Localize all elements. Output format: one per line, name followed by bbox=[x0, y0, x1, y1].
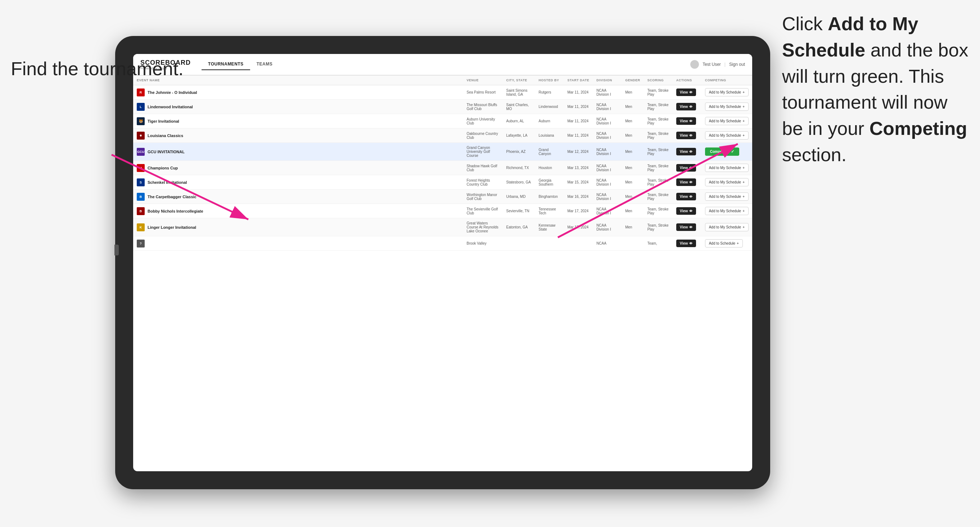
actions-cell: View 👁 bbox=[673, 237, 702, 251]
view-button[interactable]: View 👁 bbox=[676, 193, 697, 200]
event-name: Champions Cup bbox=[148, 166, 178, 170]
checkmark-icon: ✓ bbox=[731, 149, 734, 154]
team-logo: B bbox=[137, 207, 145, 215]
table-row: ⚜ Louisiana Classics Oakbourne Country C… bbox=[133, 129, 752, 143]
date-cell: Mar 13, 2024 bbox=[563, 161, 593, 175]
scoring-cell: Team, Stroke Play bbox=[644, 129, 673, 143]
competing-cell: Add to My Schedule + bbox=[702, 85, 752, 100]
view-button[interactable]: View 👁 bbox=[676, 148, 697, 156]
competing-cell: Add to Schedule + bbox=[702, 237, 752, 251]
scoring-cell: Team, Stroke Play bbox=[644, 114, 673, 129]
add-to-schedule-button[interactable]: Add to My Schedule + bbox=[705, 178, 749, 186]
event-cell: R The Johnnie - O Individual bbox=[137, 89, 459, 97]
tab-teams[interactable]: TEAMS bbox=[250, 59, 279, 70]
view-label: View bbox=[680, 209, 688, 213]
actions-cell: View 👁 bbox=[673, 85, 702, 100]
view-button[interactable]: View 👁 bbox=[676, 240, 697, 247]
add-to-schedule-button[interactable]: Add to My Schedule + bbox=[705, 88, 749, 97]
city-cell bbox=[503, 237, 535, 251]
sign-out-link[interactable]: Sign out bbox=[729, 62, 745, 67]
col-venue: VENUE bbox=[463, 76, 503, 85]
team-logo: 🐯 bbox=[137, 117, 145, 125]
user-name: Test User bbox=[703, 62, 721, 67]
view-button[interactable]: View 👁 bbox=[676, 117, 697, 125]
actions-cell: View 👁 bbox=[673, 100, 702, 114]
add-to-schedule-button[interactable]: Add to My Schedule + bbox=[705, 207, 749, 215]
gender-cell: Men bbox=[622, 85, 644, 100]
division-cell: NCAA Division I bbox=[593, 161, 622, 175]
add-to-schedule-button[interactable]: Add to My Schedule + bbox=[705, 103, 749, 111]
add-to-schedule-button[interactable]: Add to My Schedule + bbox=[705, 223, 749, 231]
venue-cell: Sea Palms Resort bbox=[463, 85, 503, 100]
view-button[interactable]: View 👁 bbox=[676, 89, 697, 96]
city-cell: Auburn, AL bbox=[503, 114, 535, 129]
add-label: Add to My Schedule bbox=[709, 119, 741, 123]
view-label: View bbox=[680, 90, 688, 94]
actions-cell: View 👁 bbox=[673, 129, 702, 143]
event-cell: ⚜ Louisiana Classics bbox=[137, 132, 459, 140]
division-cell: NCAA Division I bbox=[593, 190, 622, 204]
tournaments-table: EVENT NAME VENUE CITY, STATE HOSTED BY S… bbox=[133, 76, 752, 251]
date-cell: Mar 11, 2024 bbox=[563, 129, 593, 143]
view-label: View bbox=[680, 195, 688, 198]
event-cell: K Linger Longer Invitational bbox=[137, 224, 459, 231]
plus-icon: + bbox=[743, 166, 745, 170]
plus-icon: + bbox=[743, 180, 745, 184]
view-button[interactable]: View 👁 bbox=[676, 164, 697, 171]
view-button[interactable]: View 👁 bbox=[676, 207, 697, 215]
view-button[interactable]: View 👁 bbox=[676, 178, 697, 186]
hosted-by-cell: Lindenwood bbox=[535, 100, 563, 114]
scoring-cell: Team, Stroke Play bbox=[644, 190, 673, 204]
event-cell: S Schenkel Invitational bbox=[137, 178, 459, 186]
view-button[interactable]: View 👁 bbox=[676, 224, 697, 231]
app-header: SCOREBOARD Powered by clippd TOURNAMENTS… bbox=[133, 54, 752, 76]
competing-cell: Add to My Schedule + bbox=[702, 190, 752, 204]
eye-icon: 👁 bbox=[689, 105, 692, 109]
scoring-cell: Team, Stroke Play bbox=[644, 143, 673, 161]
add-to-schedule-button[interactable]: Add to My Schedule + bbox=[705, 192, 749, 201]
division-cell: NCAA Division I bbox=[593, 114, 622, 129]
team-logo: K bbox=[137, 224, 145, 231]
add-label: Add to My Schedule bbox=[709, 105, 741, 109]
event-name: Tiger Invitational bbox=[148, 119, 179, 124]
add-to-schedule-button[interactable]: Add to Schedule + bbox=[705, 239, 743, 248]
table-row: GCU GCU INVITATIONAL Grand Canyon Univer… bbox=[133, 143, 752, 161]
tab-tournaments[interactable]: TOURNAMENTS bbox=[202, 59, 250, 70]
view-label: View bbox=[680, 119, 688, 123]
add-to-schedule-button[interactable]: Add to My Schedule + bbox=[705, 117, 749, 125]
pipe-divider: | bbox=[724, 62, 725, 67]
scoring-cell: Team, Stroke Play bbox=[644, 100, 673, 114]
team-logo: H bbox=[137, 164, 145, 172]
division-cell: NCAA Division I bbox=[593, 218, 622, 237]
scoring-cell: Team, Stroke Play bbox=[644, 218, 673, 237]
view-button[interactable]: View 👁 bbox=[676, 103, 697, 110]
city-cell: Eatonton, GA bbox=[503, 218, 535, 237]
team-logo: GCU bbox=[137, 148, 145, 156]
hosted-by-cell bbox=[535, 237, 563, 251]
date-cell: Mar 16, 2024 bbox=[563, 190, 593, 204]
add-label: Add to My Schedule bbox=[709, 133, 741, 137]
add-to-schedule-button[interactable]: Add to My Schedule + bbox=[705, 131, 749, 140]
table-row: B The Carpetbagger Classic Worthington M… bbox=[133, 190, 752, 204]
eye-icon: 👁 bbox=[689, 210, 692, 213]
event-name: Louisiana Classics bbox=[148, 133, 183, 138]
date-cell: Mar 11, 2024 bbox=[563, 85, 593, 100]
nav-tabs: TOURNAMENTS TEAMS bbox=[202, 59, 279, 70]
city-cell: Richmond, TX bbox=[503, 161, 535, 175]
eye-icon: 👁 bbox=[689, 225, 692, 229]
event-cell: GCU GCU INVITATIONAL bbox=[137, 148, 459, 156]
venue-cell: Worthington Manor Golf Club bbox=[463, 190, 503, 204]
add-to-schedule-button[interactable]: Add to My Schedule + bbox=[705, 163, 749, 172]
event-name: Lindenwood Invitational bbox=[148, 105, 193, 109]
competing-button[interactable]: Competing✓ bbox=[705, 148, 739, 156]
date-cell: Mar 17, 2024 bbox=[563, 204, 593, 218]
plus-icon: + bbox=[743, 119, 745, 123]
view-label: View bbox=[680, 150, 688, 154]
venue-cell: The Missouri Bluffs Golf Club bbox=[463, 100, 503, 114]
table-row: B Bobby Nichols Intercollegiate The Sevi… bbox=[133, 204, 752, 218]
hosted-by-cell: Kennesaw State bbox=[535, 218, 563, 237]
scroll-side-button[interactable] bbox=[115, 244, 119, 256]
city-cell: Saint Charles, MO bbox=[503, 100, 535, 114]
scoring-cell: Team, Stroke Play bbox=[644, 85, 673, 100]
view-button[interactable]: View 👁 bbox=[676, 132, 697, 139]
